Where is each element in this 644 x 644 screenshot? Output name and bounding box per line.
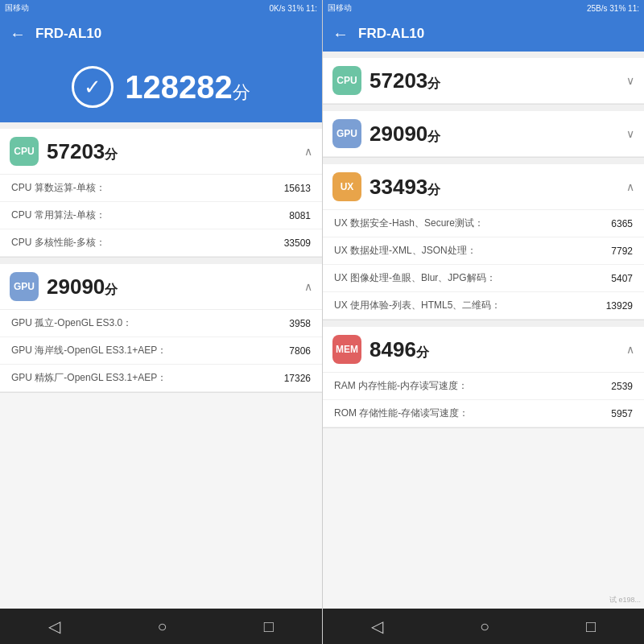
gap-1 [0,122,322,129]
ux-item-2: UX 图像处理-鱼眼、Blur、JPG解码： 5407 [323,265,644,292]
home-btn-right[interactable]: ○ [467,613,502,641]
page-title-right: FRD-AL10 [358,26,424,42]
ux-score-right: 33493分 [369,175,626,200]
gpu-section: GPU 29090分 ∧ GPU 孤立-OpenGL ES3.0： 3958 G… [0,264,322,393]
back-btn-right[interactable]: ◁ [358,612,396,641]
cpu-header-right[interactable]: CPU 57203分 ∨ [323,58,644,104]
watermark: 试 e198... [609,595,641,605]
cpu-header[interactable]: CPU 57203分 ∧ [0,129,322,175]
gap-r2 [323,105,644,111]
cpu-item-1: CPU 常用算法-单核： 8081 [0,202,322,229]
gap-r4 [323,320,644,327]
mem-section-right: MEM 8496分 ∧ RAM 内存性能-内存读写速度： 2539 ROM 存储… [323,327,644,428]
ux-value-0: 6365 [592,218,633,229]
cpu-score: 57203分 [47,139,304,164]
cpu-value-1: 8081 [270,210,311,221]
cpu-score-right: 57203分 [369,68,626,93]
mem-header-right[interactable]: MEM 8496分 ∧ [323,327,644,373]
mem-item-1: ROM 存储性能-存储读写速度： 5957 [323,400,644,427]
gpu-value-2: 17326 [270,373,311,384]
ux-section-right: UX 33493分 ∧ UX 数据安全-Hash、Secure测试： 6365 … [323,164,644,320]
ux-value-3: 13929 [592,300,633,312]
cpu-sub-items: CPU 算数运算-单核： 15613 CPU 常用算法-单核： 8081 CPU… [0,175,322,257]
mem-item-0: RAM 内存性能-内存读写速度： 2539 [323,373,644,400]
ux-item-3: UX 使用体验-列表、HTML5、二维码： 13929 [323,292,644,320]
mem-label-1: ROM 存储性能-存储读写速度： [334,407,592,420]
ux-header-right[interactable]: UX 33493分 ∧ [323,164,644,210]
gap-r3 [323,158,644,164]
ux-label-3: UX 使用体验-列表、HTML5、二维码： [334,299,592,312]
ux-sub-items: UX 数据安全-Hash、Secure测试： 6365 UX 数据处理-XML、… [323,210,644,320]
mem-value-1: 5957 [592,408,633,419]
status-left-text: 国移动 [5,2,29,14]
title-bar-left: ← FRD-AL10 [0,16,322,52]
cpu-label-2: CPU 多核性能-多核： [11,236,270,250]
back-icon-left[interactable]: ← [10,25,26,43]
right-panel: 国移动 25B/s 31% 11: ← FRD-AL10 CPU 57203分 … [322,0,644,644]
cpu-value-2: 33509 [270,237,311,249]
gpu-item-1: GPU 海岸线-OpenGL ES3.1+AEP： 7806 [0,337,322,365]
cpu-label-1: CPU 常用算法-单核： [11,208,270,222]
mem-value-0: 2539 [592,381,633,392]
gpu-badge: GPU [10,272,39,301]
gpu-label-1: GPU 海岸线-OpenGL ES3.1+AEP： [11,344,270,357]
title-bar-right: ← FRD-AL10 [323,16,644,52]
home-btn-left[interactable]: ○ [144,613,180,641]
gpu-badge-right: GPU [332,119,361,148]
gpu-section-right: GPU 29090分 ∨ [323,111,644,158]
gpu-sub-items: GPU 孤立-OpenGL ES3.0： 3958 GPU 海岸线-OpenGL… [0,310,322,392]
mem-badge-right: MEM [332,335,361,364]
gpu-score-right: 29090分 [369,122,626,147]
gpu-label-0: GPU 孤立-OpenGL ES3.0： [11,316,270,330]
mem-score-right: 8496分 [369,337,626,362]
ux-item-1: UX 数据处理-XML、JSON处理： 7792 [323,237,644,265]
score-unit: 分 [233,82,250,102]
gpu-label-2: GPU 精炼厂-OpenGL ES3.1+AEP： [11,371,270,385]
status-right-text: 0K/s 31% 11: [270,4,317,13]
cpu-value-0: 15613 [270,183,311,194]
cpu-badge-right: CPU [332,66,361,95]
status-bar-left: 国移动 0K/s 31% 11: [0,0,322,16]
total-score: 128282 [125,69,232,105]
status-left-text-right: 国移动 [328,2,352,14]
cpu-section-right: CPU 57203分 ∨ [323,58,644,105]
cpu-label-0: CPU 算数运算-单核： [11,181,270,195]
status-bar-right: 国移动 25B/s 31% 11: [323,0,644,16]
gpu-value-0: 3958 [270,318,311,329]
gpu-item-0: GPU 孤立-OpenGL ES3.0： 3958 [0,310,322,337]
page-title-left: FRD-AL10 [35,26,101,42]
ux-value-1: 7792 [592,246,633,257]
ux-value-2: 5407 [592,273,633,284]
gpu-header[interactable]: GPU 29090分 ∧ [0,264,322,310]
gap-2 [0,258,322,264]
gap-r1 [323,52,644,58]
nav-bar-left: ◁ ○ □ [0,609,322,644]
gpu-item-2: GPU 精炼厂-OpenGL ES3.1+AEP： 17326 [0,365,322,392]
gpu-chevron-right: ∨ [626,127,634,140]
mem-chevron-right: ∧ [626,343,634,356]
ux-label-0: UX 数据安全-Hash、Secure测试： [334,217,592,230]
status-right-text-right: 25B/s 31% 11: [587,4,639,13]
gpu-value-1: 7806 [270,345,311,357]
nav-bar-right: ◁ ○ □ [323,609,644,644]
ux-item-0: UX 数据安全-Hash、Secure测试： 6365 [323,210,644,237]
ux-chevron-right: ∧ [626,180,634,193]
cpu-chevron-right: ∨ [626,74,634,87]
gpu-chevron: ∧ [304,280,312,293]
mem-sub-items: RAM 内存性能-内存读写速度： 2539 ROM 存储性能-存储读写速度： 5… [323,373,644,427]
cpu-section: CPU 57203分 ∧ CPU 算数运算-单核： 15613 CPU 常用算法… [0,129,322,258]
ux-label-1: UX 数据处理-XML、JSON处理： [334,244,592,258]
recent-btn-left[interactable]: □ [251,613,287,641]
gpu-header-right[interactable]: GPU 29090分 ∨ [323,111,644,157]
mem-label-0: RAM 内存性能-内存读写速度： [334,379,592,393]
cpu-item-2: CPU 多核性能-多核： 33509 [0,229,322,257]
cpu-badge: CPU [10,137,39,166]
back-icon-right[interactable]: ← [332,25,349,43]
back-btn-left[interactable]: ◁ [35,612,73,641]
hero-score-display: 128282分 [125,69,250,105]
check-icon: ✓ [72,66,114,108]
cpu-item-0: CPU 算数运算-单核： 15613 [0,175,322,202]
left-panel: 国移动 0K/s 31% 11: ← FRD-AL10 ✓ 128282分 CP… [0,0,322,644]
recent-btn-right[interactable]: □ [573,613,609,641]
gpu-score: 29090分 [47,275,304,299]
